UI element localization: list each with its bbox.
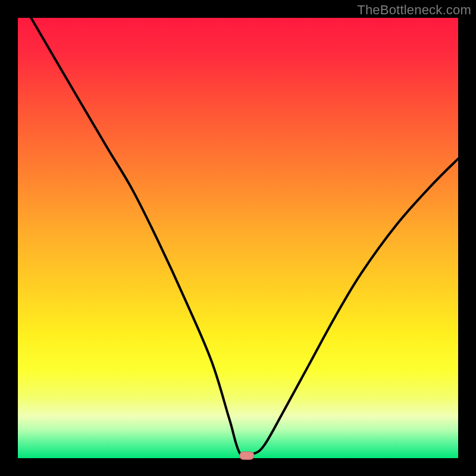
chart-frame: TheBottleneck.com	[0, 0, 476, 476]
gradient-background	[18, 18, 458, 458]
optimal-point-marker	[240, 452, 254, 459]
bottleneck-chart	[0, 0, 476, 476]
